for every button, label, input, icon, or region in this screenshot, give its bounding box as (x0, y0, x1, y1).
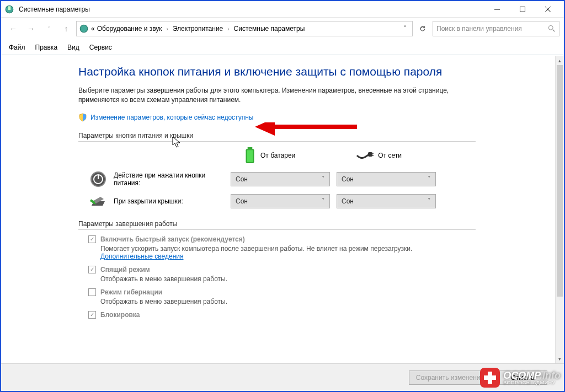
scroll-down-button[interactable]: ▾ (556, 355, 564, 363)
forward-button[interactable]: → (23, 21, 39, 36)
navbar: ← → ˅ ↑ « Оборудование и звук › Электроп… (1, 18, 564, 40)
chk-label: Блокировка (100, 311, 140, 319)
col-battery: От батареи (244, 147, 295, 164)
window-title: Системные параметры (19, 6, 484, 13)
svg-point-7 (548, 25, 553, 30)
power-source-headers: От батареи От сети (244, 147, 555, 164)
page-title: Настройка кнопок питания и включение защ… (78, 65, 555, 78)
lid-close-icon (89, 192, 107, 210)
window-controls (484, 2, 561, 17)
chk-sleep: ✓ Спящий режим Отображать в меню заверше… (88, 266, 555, 283)
col-ac: От сети (356, 150, 402, 161)
row-power-label: Действие при нажатии кнопки питания: (114, 171, 224, 187)
chevron-right-icon: › (225, 26, 231, 32)
search-icon (548, 25, 556, 33)
minimize-button[interactable] (484, 2, 510, 17)
plug-icon (356, 150, 374, 161)
select-power-ac[interactable]: Сон (337, 172, 436, 186)
chevron-right-icon: › (164, 26, 170, 32)
shield-icon (78, 113, 87, 122)
recent-dropdown[interactable]: ˅ (41, 21, 56, 36)
refresh-button[interactable] (415, 21, 430, 36)
close-button[interactable] (535, 2, 561, 17)
content-area: Настройка кнопок питания и включение защ… (1, 56, 555, 363)
vertical-scrollbar[interactable]: ▴ ▾ (555, 56, 564, 363)
breadcrumb-item[interactable]: Оборудование и звук (97, 25, 162, 33)
menu-file[interactable]: Файл (9, 44, 25, 51)
menu-service[interactable]: Сервис (89, 44, 112, 51)
svg-line-8 (553, 30, 555, 32)
checkbox[interactable]: ✓ (88, 311, 96, 319)
chk-desc: Отображать в меню завершения работы. (100, 275, 555, 283)
chk-hibernate: Режим гибернации Отображать в меню завер… (88, 288, 555, 305)
chk-label: Режим гибернации (100, 288, 162, 296)
more-info-link[interactable]: Дополнительные сведения (100, 253, 183, 260)
up-button[interactable]: ↑ (58, 21, 74, 36)
section-header-buttons: Параметры кнопки питания и крышки (78, 132, 476, 142)
breadcrumb-item[interactable]: Системные параметры (234, 25, 305, 33)
scroll-up-button[interactable]: ▴ (556, 56, 564, 65)
col-ac-label: От сети (378, 152, 402, 159)
select-lid-battery[interactable]: Сон (231, 194, 330, 208)
svg-rect-11 (247, 150, 253, 162)
search-placeholder: Поиск в панели управления (436, 25, 548, 33)
row-power-button: Действие при нажатии кнопки питания: Сон… (89, 170, 555, 188)
shutdown-options: ✓ Включить быстрый запуск (рекомендуется… (88, 235, 555, 319)
col-battery-label: От батареи (260, 152, 295, 159)
chk-label: Спящий режим (100, 266, 150, 273)
chk-desc: Помогает ускорить запуск компьютера посл… (100, 245, 555, 260)
svg-rect-12 (368, 152, 372, 157)
save-button[interactable]: Сохранить изменения (409, 370, 491, 385)
breadcrumb-icon (79, 24, 89, 34)
breadcrumb-item[interactable]: Электропитание (173, 25, 223, 33)
uac-change-settings-link[interactable]: Изменение параметров, которые сейчас нед… (78, 113, 555, 122)
menu-edit[interactable]: Правка (35, 44, 58, 51)
control-panel-icon (4, 4, 14, 14)
menubar: Файл Правка Вид Сервис (1, 40, 564, 55)
uac-link-text: Изменение параметров, которые сейчас нед… (90, 114, 254, 121)
footer: Сохранить изменения Отмена (1, 363, 564, 391)
checkbox[interactable]: ✓ (88, 266, 96, 273)
row-lid-close: При закрытии крышки: Сон Сон (89, 192, 555, 210)
titlebar: Системные параметры (1, 1, 564, 18)
breadcrumb-prefix: « (91, 25, 95, 33)
select-power-battery[interactable]: Сон (231, 172, 330, 186)
power-button-icon (89, 170, 107, 188)
chk-lock: ✓ Блокировка (88, 311, 555, 319)
address-dropdown[interactable]: ˅ (400, 25, 410, 33)
checkbox[interactable]: ✓ (88, 235, 96, 243)
svg-point-6 (80, 25, 88, 33)
page-intro: Выберите параметры завершения работы для… (78, 86, 476, 105)
search-input[interactable]: Поиск в панели управления (433, 21, 559, 36)
maximize-button[interactable] (510, 2, 535, 17)
chk-label: Включить быстрый запуск (рекомендуется) (100, 235, 245, 243)
svg-rect-3 (520, 7, 525, 12)
chk-desc: Отображать в меню завершения работы. (100, 298, 555, 305)
checkbox[interactable] (88, 288, 96, 296)
menu-view[interactable]: Вид (67, 44, 79, 51)
battery-icon (244, 147, 256, 164)
row-lid-label: При закрытии крышки: (114, 197, 224, 205)
scroll-thumb[interactable] (557, 65, 563, 297)
section-header-shutdown: Параметры завершения работы (78, 220, 476, 230)
breadcrumb[interactable]: « Оборудование и звук › Электропитание ›… (76, 21, 413, 36)
svg-rect-1 (8, 6, 11, 10)
select-lid-ac[interactable]: Сон (337, 194, 436, 208)
cancel-button[interactable]: Отмена (498, 370, 547, 385)
svg-rect-9 (248, 147, 253, 149)
chk-fast-startup: ✓ Включить быстрый запуск (рекомендуется… (88, 235, 555, 260)
back-button[interactable]: ← (6, 21, 21, 36)
